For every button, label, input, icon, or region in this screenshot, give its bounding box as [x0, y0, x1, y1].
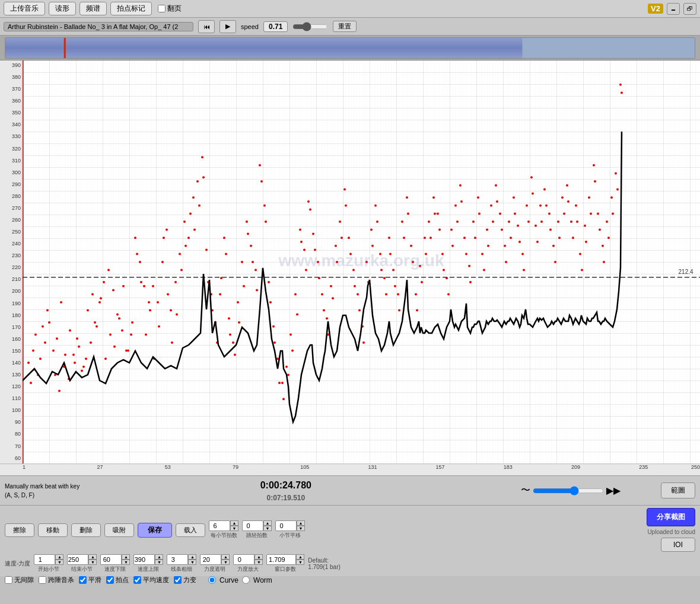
- y-label-160: 160: [1, 337, 21, 342]
- move-button[interactable]: 移動: [38, 523, 68, 537]
- y-label-360: 360: [1, 98, 21, 104]
- beat-pts-checkbox-row: 拍点: [106, 576, 129, 584]
- svg-point-98: [434, 212, 436, 215]
- svg-point-108: [478, 212, 481, 215]
- maximize-button[interactable]: 🗗: [683, 3, 696, 15]
- beats-per-bar-down[interactable]: ▼: [230, 526, 238, 531]
- play-button[interactable]: ▶: [219, 20, 236, 33]
- speed-lower-up[interactable]: ▲: [122, 554, 130, 560]
- chart-inner[interactable]: www.mazurka.org.uk 212.4: [23, 60, 700, 464]
- reset-button[interactable]: 重置: [333, 21, 357, 32]
- svg-point-242: [486, 229, 488, 231]
- speed-avg-down[interactable]: ▼: [221, 560, 230, 565]
- start-bar-up[interactable]: ▲: [55, 554, 63, 560]
- small-avg-down[interactable]: ▼: [297, 526, 305, 531]
- minimize-button[interactable]: 🗕: [667, 3, 680, 15]
- svg-point-22: [96, 325, 98, 328]
- y-label-230: 230: [1, 253, 21, 258]
- svg-point-118: [523, 269, 525, 271]
- speed-upper-down[interactable]: ▼: [155, 560, 163, 565]
- svg-point-27: [118, 317, 120, 319]
- waveform-svg: [5, 38, 695, 58]
- window-down[interactable]: ▼: [296, 560, 304, 565]
- erase-button[interactable]: 擦除: [5, 523, 34, 537]
- speed-lower-down[interactable]: ▼: [122, 560, 130, 565]
- small-avg-up[interactable]: ▲: [297, 520, 305, 526]
- svg-point-231: [437, 212, 439, 215]
- end-bar-up[interactable]: ▲: [88, 554, 97, 560]
- window-input[interactable]: [266, 554, 296, 565]
- avg-speed-checkbox[interactable]: [133, 576, 141, 584]
- svg-point-62: [273, 341, 276, 344]
- rewind-button[interactable]: ⏮: [198, 20, 215, 33]
- svg-point-246: [504, 245, 506, 247]
- svg-point-136: [603, 261, 605, 263]
- y-label-70: 70: [1, 444, 21, 449]
- short-interval-label: 跳轻拍数: [246, 532, 268, 539]
- beats-per-bar-label: 每小节拍数: [211, 532, 237, 539]
- y-label-240: 240: [1, 241, 21, 247]
- svg-point-184: [228, 317, 230, 319]
- kill-beats-checkbox[interactable]: [39, 576, 46, 584]
- y-label-370: 370: [1, 87, 21, 92]
- svg-point-60: [265, 220, 267, 223]
- speed-slider[interactable]: [292, 22, 328, 31]
- beats-per-bar-input[interactable]: [209, 520, 230, 531]
- curve-radio[interactable]: [208, 576, 216, 584]
- svg-point-55: [243, 285, 245, 287]
- ioi-button[interactable]: IOI: [661, 538, 695, 552]
- speed-max-up[interactable]: ▲: [254, 554, 263, 560]
- svg-point-260: [566, 184, 568, 187]
- end-bar-down[interactable]: ▼: [88, 560, 97, 565]
- short-interval-down[interactable]: ▼: [263, 526, 272, 531]
- small-avg-input[interactable]: [275, 520, 297, 531]
- y-label-350: 350: [1, 110, 21, 116]
- speed-max-down[interactable]: ▼: [254, 560, 263, 565]
- svg-point-179: [205, 249, 208, 251]
- upload-music-button[interactable]: 上传音乐: [4, 2, 45, 15]
- shape-button[interactable]: 读形: [49, 2, 76, 15]
- speed-lower-input[interactable]: [100, 554, 122, 565]
- view-button[interactable]: 範圖: [661, 482, 695, 498]
- svg-point-67: [296, 313, 298, 315]
- import-button[interactable]: 载入: [176, 523, 205, 537]
- mark-button[interactable]: 拍点标记: [110, 2, 152, 15]
- flip-checkbox[interactable]: [158, 5, 166, 12]
- short-interval-up[interactable]: ▲: [263, 520, 272, 526]
- save-button[interactable]: 保存: [138, 523, 172, 538]
- svg-point-140: [621, 91, 623, 94]
- speed-max-input[interactable]: [233, 554, 254, 565]
- line-width-up[interactable]: ▲: [188, 554, 196, 560]
- share-button[interactable]: 分享截图: [647, 508, 695, 526]
- svg-point-150: [76, 337, 78, 340]
- delete-button[interactable]: 删除: [71, 523, 101, 537]
- noise-slider[interactable]: [533, 486, 604, 496]
- speed-upper-input[interactable]: [133, 554, 155, 565]
- worm-radio[interactable]: [242, 576, 250, 584]
- short-interval-input[interactable]: [242, 520, 263, 531]
- speed-avg-input[interactable]: [200, 554, 221, 565]
- end-bar-input[interactable]: [67, 554, 88, 565]
- start-bar-down[interactable]: ▼: [55, 560, 63, 565]
- svg-point-149: [72, 353, 75, 356]
- line-width-input[interactable]: [167, 554, 188, 565]
- freq-button[interactable]: 频谱: [79, 2, 107, 15]
- svg-point-253: [534, 225, 537, 227]
- track-title: Arthur Rubinstein - Ballade No_ 3 in A f…: [4, 22, 193, 31]
- attach-button[interactable]: 吸附: [104, 523, 134, 537]
- svg-point-158: [112, 289, 114, 292]
- dynamics-checkbox[interactable]: [174, 576, 182, 584]
- line-width-down[interactable]: ▼: [188, 560, 196, 565]
- window-up[interactable]: ▲: [296, 554, 304, 560]
- svg-point-63: [278, 382, 281, 384]
- flat-checkbox[interactable]: [79, 576, 87, 584]
- beat-pts-checkbox[interactable]: [106, 576, 114, 584]
- waveform-display[interactable]: [5, 37, 695, 59]
- x-label-209: 209: [571, 464, 580, 470]
- speed-upper-up[interactable]: ▲: [155, 554, 163, 560]
- start-bar-input[interactable]: [34, 554, 55, 565]
- speed-avg-up[interactable]: ▲: [221, 554, 230, 560]
- status-bar: Manually mark beat with key(A, S, D, F) …: [0, 475, 700, 505]
- beats-per-bar-up[interactable]: ▲: [230, 520, 238, 526]
- no-silence-checkbox[interactable]: [5, 576, 12, 584]
